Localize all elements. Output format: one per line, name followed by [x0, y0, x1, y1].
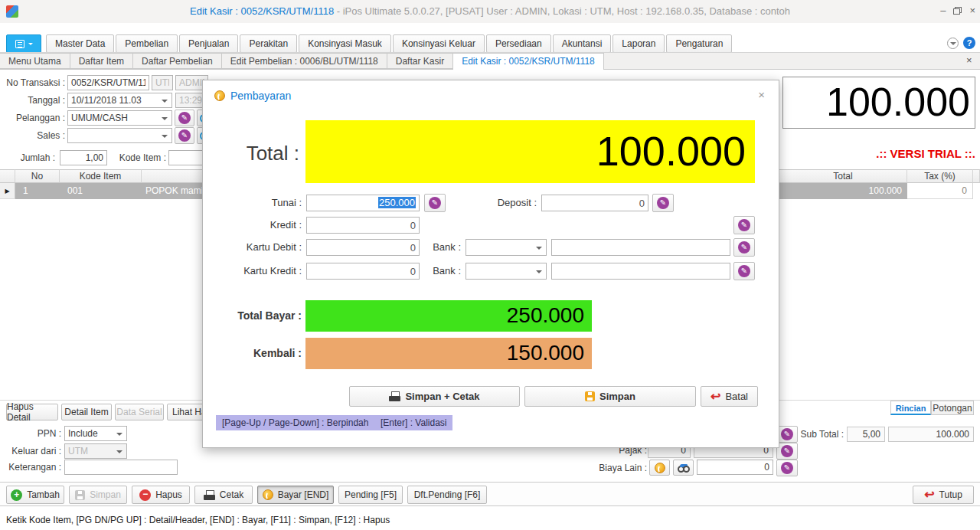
tutup-label: Tutup [939, 489, 962, 500]
keterangan-input[interactable] [64, 460, 178, 475]
chevron-down-icon [28, 43, 33, 47]
biaya-lain-input[interactable] [697, 460, 773, 475]
ribbon-tab-perakitan[interactable]: Perakitan [240, 34, 297, 53]
doc-tab-edit-kasir[interactable]: Edit Kasir : 0052/KSR/UTM/1118 [452, 53, 604, 70]
bayar-button[interactable]: Bayar [END] [257, 486, 334, 504]
dialog-title: Pembayaran [230, 90, 291, 102]
sales-combobox[interactable] [67, 128, 172, 143]
biaya-lain-coin-button[interactable] [649, 460, 670, 476]
menu-icon [15, 40, 24, 48]
ribbon-tab-persediaan[interactable]: Persediaan [486, 34, 551, 53]
no-transaksi-input[interactable] [67, 75, 149, 90]
table-header-total[interactable]: Total [779, 169, 907, 183]
table-header-kode-item[interactable]: Kode Item [60, 169, 142, 183]
bank-kredit-combobox[interactable] [466, 263, 547, 280]
biaya-lain-label: Biaya Lain : [590, 460, 647, 476]
tanggal-combobox[interactable]: 10/11/2018 11.03 [67, 93, 172, 108]
table-header-spacer [973, 169, 980, 183]
edit-pajak-button[interactable] [776, 443, 798, 460]
cell-tax[interactable]: 0 [907, 183, 973, 199]
close-icon[interactable]: × [969, 5, 975, 17]
jumlah-input[interactable] [60, 150, 107, 165]
tab-rincian[interactable]: Rincian [890, 401, 931, 415]
ribbon-collapse-icon[interactable] [947, 38, 959, 49]
total-bayar-label: Total Bayar : [203, 306, 302, 325]
grand-total-display: 100.000 [782, 77, 975, 129]
ribbon-tab-bar: Master Data Pembelian Penjualan Perakita… [46, 34, 732, 53]
help-icon[interactable] [963, 37, 975, 49]
pending-label: Pending [F5] [345, 489, 397, 500]
edit-deposit-button[interactable] [652, 194, 674, 212]
ribbon-tab-pembelian[interactable]: Pembelian [116, 34, 178, 53]
doc-tab-daftar-item[interactable]: Daftar Item [70, 53, 133, 69]
minimize-icon[interactable]: – [940, 5, 946, 17]
dialog-simpan-label: Simpan [599, 391, 635, 402]
ribbon-tab-konsinyasi-keluar[interactable]: Konsinyasi Keluar [393, 34, 485, 53]
bank-debit-combobox[interactable] [466, 239, 547, 256]
edit-subtotal-button[interactable] [776, 426, 798, 443]
dialog-close-icon[interactable]: × [758, 88, 765, 101]
simpan-cetak-button[interactable]: Simpan + Cetak [349, 386, 520, 407]
tambah-label: Tambah [27, 489, 60, 500]
pelanggan-combobox[interactable]: UMUM/CASH [67, 110, 172, 126]
kembali-label: Kembali : [203, 344, 302, 362]
ribbon-tab-akuntansi[interactable]: Akuntansi [553, 34, 612, 53]
tutup-button[interactable]: Tutup [913, 486, 974, 504]
doc-tab-menu-utama[interactable]: Menu Utama [0, 53, 70, 69]
cetak-button[interactable]: Cetak [194, 486, 253, 504]
kartu-debit-input[interactable] [306, 239, 420, 256]
batal-button[interactable]: Batal [701, 386, 758, 407]
tanggal-label: Tanggal : [0, 93, 65, 108]
pencil-icon [738, 219, 750, 231]
tab-potongan[interactable]: Potongan [931, 401, 974, 415]
edit-biaya-lain-button[interactable] [776, 460, 798, 476]
ribbon-tab-laporan[interactable]: Laporan [612, 34, 665, 53]
kartu-kredit-input[interactable] [306, 263, 420, 280]
dft-pending-button[interactable]: Dft.Pending [F6] [407, 486, 487, 504]
tunai-input[interactable]: 250.000 [306, 195, 420, 211]
table-header-no[interactable]: No [15, 169, 60, 183]
pelanggan-label: Pelanggan : [0, 110, 65, 126]
total-amount-display: 100.000 [305, 120, 755, 183]
ppn-combobox[interactable]: Include [64, 426, 127, 441]
hapus-button[interactable]: Hapus [132, 486, 190, 504]
tambah-button[interactable]: Tambah [6, 486, 64, 504]
bank-kredit-label: Bank : [421, 262, 461, 280]
dialog-simpan-button[interactable]: Simpan [524, 386, 696, 407]
undo-icon [924, 489, 934, 501]
hint-validate-badge: [Enter] : Validasi [374, 415, 452, 430]
keluar-dari-label: Keluar dari : [0, 443, 61, 459]
hapus-detail-button[interactable]: Hapus Detail [6, 404, 58, 420]
bank-debit-ref-input[interactable] [551, 239, 730, 256]
row-selector-icon[interactable] [0, 183, 15, 199]
pencil-icon [178, 112, 191, 124]
edit-sales-button[interactable] [175, 127, 194, 144]
biaya-kirim-button[interactable] [673, 460, 694, 476]
doc-tab-edit-pembelian[interactable]: Edit Pembelian : 0006/BL/UTM/1118 [221, 53, 387, 69]
doc-tab-daftar-kasir[interactable]: Daftar Kasir [387, 53, 453, 69]
doc-tab-daftar-pembelian[interactable]: Daftar Pembelian [132, 53, 222, 69]
detail-item-button[interactable]: Detail Item [61, 404, 112, 420]
pencil-icon [781, 462, 793, 474]
table-header-tax[interactable]: Tax (%) [907, 169, 973, 183]
cell-total: 100.000 [869, 183, 902, 199]
coin-icon [655, 463, 665, 473]
edit-kredit-button[interactable] [733, 216, 755, 234]
edit-kartu-debit-button[interactable] [733, 238, 755, 257]
ribbon-tab-pengaturan[interactable]: Pengaturan [666, 34, 732, 53]
ppn-label: PPN : [0, 426, 61, 441]
ribbon-tab-konsinyasi-masuk[interactable]: Konsinyasi Masuk [299, 34, 391, 53]
app-menu-button[interactable] [6, 34, 41, 53]
ribbon-tab-penjualan[interactable]: Penjualan [179, 34, 238, 53]
ribbon-tab-master-data[interactable]: Master Data [46, 34, 114, 53]
bank-kredit-ref-input[interactable] [551, 263, 730, 280]
edit-kartu-kredit-button[interactable] [733, 262, 755, 280]
pending-button[interactable]: Pending [F5] [338, 486, 403, 504]
tab-close-icon[interactable]: × [966, 54, 972, 66]
kredit-input[interactable] [306, 217, 420, 234]
restore-icon[interactable] [953, 7, 962, 15]
edit-pelanggan-button[interactable] [175, 110, 194, 126]
kredit-label: Kredit : [203, 216, 302, 234]
motorcycle-icon [677, 463, 691, 473]
deposit-input[interactable] [541, 195, 648, 211]
